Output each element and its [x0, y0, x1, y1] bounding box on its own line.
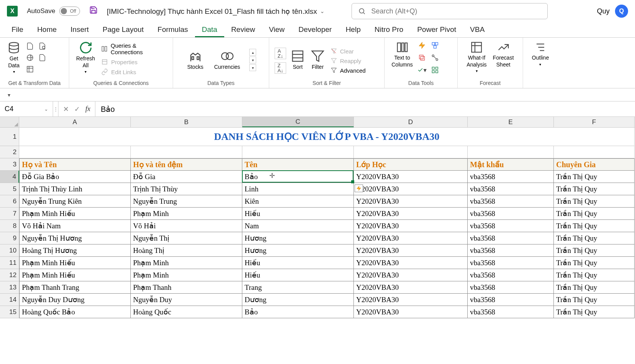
cell[interactable]: vba3568 [468, 183, 554, 195]
flash-fill-icon[interactable] [417, 41, 427, 50]
cell[interactable]: Nam [242, 220, 354, 232]
cell[interactable]: Đỗ Gia [131, 171, 242, 183]
row-header-12[interactable]: 12 [0, 269, 19, 281]
cell[interactable]: Trịnh Thị Thùy Linh [19, 183, 131, 195]
formula-input[interactable]: Bảo [95, 105, 635, 114]
remove-duplicates-icon[interactable] [417, 53, 427, 62]
column-header-C[interactable]: C [242, 117, 354, 127]
cell[interactable]: Y2020VBA30 [354, 306, 468, 318]
cell[interactable]: vba3568 [468, 257, 554, 269]
row-header-8[interactable]: 8 [0, 220, 19, 232]
filename-dropdown-icon[interactable]: ⌄ [320, 8, 325, 14]
row-header-1[interactable]: 1 [0, 128, 19, 146]
cell[interactable]: Trần Thị Quy [554, 269, 635, 281]
table-header[interactable]: Mật khẩu [468, 158, 554, 171]
cell[interactable]: Hiếu [242, 269, 354, 281]
cell[interactable]: Hoàng Quốc Bảo [19, 306, 131, 318]
get-data-button[interactable]: Get Data ▾ [5, 40, 22, 75]
tab-data[interactable]: Data [195, 22, 224, 37]
cell[interactable]: Hoàng Quốc [131, 306, 242, 318]
from-text-csv-icon[interactable] [25, 42, 35, 51]
cell[interactable]: Y2020VBA30 [354, 171, 468, 183]
table-header[interactable]: Chuyên Gia [554, 158, 635, 171]
cell[interactable]: Hiếu [242, 257, 354, 269]
cell[interactable]: Nguyễn Duy Dương [19, 294, 131, 306]
row-header-14[interactable]: 14 [0, 294, 19, 306]
relationships-icon[interactable] [430, 53, 440, 62]
user-area[interactable]: Quy Q [597, 5, 628, 18]
currencies-button[interactable]: Currencies [213, 48, 242, 71]
cell[interactable]: Phạm Minh Hiếu [19, 269, 131, 281]
tab-home[interactable]: Home [30, 22, 64, 37]
cells-area[interactable]: DANH SÁCH HỌC VIÊN LỚP VBA - Y2020VBA30H… [19, 128, 635, 318]
row-header-5[interactable]: 5 [0, 183, 19, 195]
consolidate-icon[interactable] [430, 41, 440, 50]
name-box-dropdown-icon[interactable]: ⌄ [44, 106, 48, 112]
cell[interactable] [131, 146, 242, 158]
cell[interactable]: Y2020VBA30 [354, 244, 468, 257]
column-header-D[interactable]: D [354, 117, 468, 127]
cell[interactable]: Nguyễn Thị [131, 232, 242, 244]
cell[interactable]: Y2020VBA30 [354, 220, 468, 232]
row-header-7[interactable]: 7 [0, 208, 19, 220]
cell[interactable]: vba3568 [468, 244, 554, 257]
cell[interactable] [468, 146, 554, 158]
cell[interactable]: vba3568 [468, 269, 554, 281]
row-header-9[interactable]: 9 [0, 232, 19, 244]
cell[interactable]: Y2020VBA30 [354, 195, 468, 208]
row-header-4[interactable]: 4 [0, 171, 19, 183]
cell[interactable]: Trần Thị Quy [554, 281, 635, 294]
ribbon-collapse-icon[interactable]: ▾ [8, 92, 10, 98]
cell[interactable]: Trần Thị Quy [554, 257, 635, 269]
tab-insert[interactable]: Insert [63, 22, 96, 37]
cell[interactable]: Hoàng Thị [131, 244, 242, 257]
cell[interactable]: Y2020VBA30 [354, 281, 468, 294]
autosave-toggle[interactable]: AutoSave Off [27, 7, 80, 16]
excel-app-icon[interactable]: X [7, 6, 18, 17]
advanced-filter-button[interactable]: Advanced [329, 66, 367, 75]
cell[interactable]: Nguyễn Thị Hương [19, 232, 131, 244]
column-header-A[interactable]: A [19, 117, 131, 127]
cell[interactable]: Trần Thị Quy [554, 220, 635, 232]
insert-function-icon[interactable]: fx [84, 105, 92, 113]
cell[interactable]: Phạm Minh [131, 269, 242, 281]
filter-button[interactable]: Filter [309, 48, 326, 71]
manage-data-model-icon[interactable] [430, 65, 440, 75]
refresh-all-button[interactable]: Refresh All ▾ [75, 40, 97, 75]
spreadsheet[interactable]: ABCDEF 123456789101112131415 DANH SÁCH H… [0, 117, 635, 318]
cell[interactable]: vba3568 [468, 208, 554, 220]
sort-button[interactable]: Sort [289, 48, 306, 71]
cell[interactable]: Nguyễn Trung [131, 195, 242, 208]
tab-power-pivot[interactable]: Power Pivot [410, 22, 463, 37]
cell[interactable]: Trịnh Thị Thùy [131, 183, 242, 195]
cell[interactable]: Hương [242, 232, 354, 244]
user-avatar[interactable]: Q [615, 5, 628, 18]
cell[interactable]: Hiếu [242, 208, 354, 220]
table-header[interactable]: Tên [242, 158, 354, 171]
from-table-range-icon[interactable] [25, 65, 35, 74]
cell[interactable]: Bảo [242, 306, 354, 318]
cell[interactable] [554, 146, 635, 158]
from-web-icon[interactable] [25, 53, 35, 62]
cell[interactable]: Trần Thị Quy [554, 306, 635, 318]
cell[interactable]: Phạm Thanh [131, 281, 242, 294]
forecast-sheet-button[interactable]: Forecast Sheet [491, 40, 515, 69]
tab-help[interactable]: Help [339, 22, 368, 37]
cell[interactable]: vba3568 [468, 220, 554, 232]
tab-developer[interactable]: Developer [292, 22, 339, 37]
cell[interactable] [242, 146, 354, 158]
cell[interactable]: Dương [242, 294, 354, 306]
tab-nitro-pro[interactable]: Nitro Pro [368, 22, 410, 37]
cell[interactable]: vba3568 [468, 171, 554, 183]
cell[interactable]: Hương [242, 244, 354, 257]
row-header-10[interactable]: 10 [0, 244, 19, 257]
column-header-B[interactable]: B [131, 117, 242, 127]
cancel-formula-icon[interactable]: ✕ [62, 105, 70, 113]
cell[interactable]: Trần Thị Quy [554, 171, 635, 183]
cell[interactable]: vba3568 [468, 294, 554, 306]
column-header-F[interactable]: F [554, 117, 635, 127]
cell[interactable] [354, 146, 468, 158]
data-type-gallery-icon[interactable]: ▾ [249, 64, 256, 71]
data-type-nav-up-icon[interactable]: ▴ [249, 49, 256, 56]
toggle-switch[interactable]: Off [59, 7, 80, 16]
